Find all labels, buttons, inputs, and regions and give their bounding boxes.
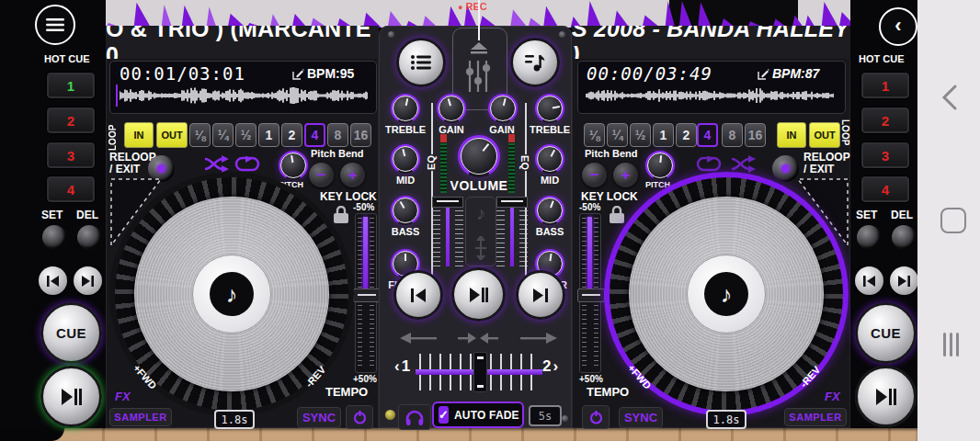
loop-length-16-right[interactable]: 16 (745, 123, 766, 147)
loop-out-button-right[interactable]: OUT (809, 122, 840, 148)
channel-fader-deck1[interactable] (432, 197, 463, 266)
pitch-bend-plus-left[interactable]: + (340, 163, 365, 187)
loop-length-4-left-selected[interactable]: 4 (304, 123, 325, 147)
del-cue-knob-right[interactable] (892, 225, 916, 249)
auto-fade-button[interactable]: ✓ AUTO FADE (432, 401, 524, 428)
shuffle-icon-left[interactable] (204, 155, 229, 173)
shuffle-icon-right[interactable] (731, 155, 756, 173)
hot-cue-3-right[interactable]: 3 (860, 141, 910, 169)
sampler-button-right[interactable]: SAMPLER (784, 408, 847, 426)
loop-time-display-left[interactable]: 1.8s (214, 410, 255, 429)
tempo-slider-handle-right[interactable] (577, 288, 605, 302)
edit-bpm-icon-left[interactable] (292, 68, 304, 80)
cue-button-label: CUE (56, 325, 86, 341)
loop-icon-right[interactable] (696, 156, 722, 172)
skip-start-button-right[interactable] (855, 266, 883, 295)
skip-end-button-right[interactable] (890, 266, 918, 295)
play-pause-button-right[interactable] (855, 366, 917, 427)
pitch-knob-right[interactable] (645, 151, 675, 180)
loop-length-1-8-right[interactable]: ⅛ (584, 123, 605, 147)
play-pause-button-left[interactable] (40, 366, 102, 427)
loop-length-8-right[interactable]: 8 (722, 123, 743, 147)
nav-back-button[interactable] (941, 85, 958, 110)
headphone-cue-button[interactable] (398, 404, 431, 430)
menu-button[interactable] (35, 5, 75, 45)
pitch-knob-left[interactable] (279, 151, 308, 180)
loop-time-display-right[interactable]: 1.8s (706, 410, 746, 429)
play-pause-button-center[interactable] (451, 267, 506, 322)
hot-cue-2-left[interactable]: 2 (46, 107, 96, 134)
loop-length-2-left[interactable]: 2 (281, 123, 302, 147)
loop-length-16-left[interactable]: 16 (350, 123, 371, 147)
sampler-button-left[interactable]: SAMPLER (109, 408, 172, 426)
channel-fader-deck2[interactable] (496, 197, 528, 266)
loop-in-button-right[interactable]: IN (777, 122, 806, 148)
mid-knob-deck2[interactable] (535, 144, 564, 174)
pitch-bend-plus-right[interactable]: + (613, 163, 638, 187)
bass-knob-deck1[interactable] (391, 196, 420, 225)
loop-length-2-right[interactable]: 2 (676, 123, 697, 147)
set-cue-knob-right[interactable] (857, 225, 881, 249)
mid-knob-deck1[interactable] (391, 144, 420, 174)
hot-cue-number: 2 (882, 113, 889, 129)
browse-library-button[interactable] (396, 38, 446, 87)
auto-fade-checkbox[interactable]: ✓ (439, 406, 449, 424)
fade-time-display[interactable]: 5s (529, 405, 562, 426)
set-cue-knob-left[interactable] (42, 225, 66, 249)
loop-length-4-right-selected[interactable]: 4 (697, 123, 718, 147)
cue-button-right[interactable]: CUE (855, 302, 917, 364)
loop-icon-left[interactable] (234, 156, 260, 172)
hot-cue-1-right[interactable]: 1 (860, 72, 910, 99)
hot-cue-1-left[interactable]: 1 (46, 72, 96, 99)
sync-button-right[interactable]: SYNC (619, 407, 663, 428)
channel-fader-handle[interactable] (496, 197, 528, 208)
deck2-track-waveform[interactable] (586, 85, 834, 107)
nav-recents-button[interactable] (943, 333, 962, 356)
pitch-bend-minus-left[interactable]: − (309, 163, 334, 187)
loop-in-button-left[interactable]: IN (124, 122, 154, 148)
gain-knob-deck1[interactable] (437, 94, 466, 123)
loop-length-1-left[interactable]: 1 (258, 123, 279, 147)
pitch-bend-minus-right[interactable]: − (582, 163, 607, 187)
lock-icon-right[interactable] (610, 206, 624, 223)
loop-length-1-4-left[interactable]: ¼ (212, 123, 234, 147)
edit-bpm-icon-right[interactable] (758, 68, 769, 80)
skip-start-button-left[interactable] (39, 266, 67, 295)
sync-button-left[interactable]: SYNC (297, 407, 341, 428)
hot-cue-4-right[interactable]: 4 (860, 175, 910, 203)
next-track-button[interactable] (516, 270, 565, 320)
prev-track-button[interactable] (393, 270, 443, 320)
tempo-max-label-right: +50% (579, 374, 603, 384)
gain-knob-deck2[interactable] (488, 94, 518, 123)
nav-home-button[interactable] (940, 208, 966, 233)
deck1-track-waveform[interactable] (120, 85, 368, 107)
tempo-reset-button-left[interactable] (346, 405, 373, 429)
browse-playlist-button[interactable] (510, 38, 560, 87)
volume-knob[interactable] (458, 135, 500, 177)
loop-time-value: 1.8s (713, 413, 740, 426)
loop-length-1-right[interactable]: 1 (653, 123, 674, 147)
loop-length-1-2-right[interactable]: ½ (630, 123, 651, 147)
loop-length-1-4-right[interactable]: ¼ (607, 123, 628, 147)
tempo-slider-handle-left[interactable] (353, 288, 381, 302)
loop-length-8-left[interactable]: 8 (327, 123, 348, 147)
cue-button-left[interactable]: CUE (40, 302, 102, 364)
bass-knob-deck2[interactable] (535, 196, 564, 225)
channel-fader-handle[interactable] (432, 197, 463, 208)
loop-length-1-2-left[interactable]: ½ (235, 123, 256, 147)
crossfader-handle[interactable] (473, 352, 487, 392)
fx-label-left[interactable]: FX (115, 390, 131, 403)
back-button[interactable]: ‹ (879, 7, 917, 46)
treble-knob-deck2[interactable] (535, 94, 564, 123)
del-cue-knob-left[interactable] (77, 225, 101, 249)
hot-cue-4-left[interactable]: 4 (46, 175, 96, 203)
hot-cue-2-right[interactable]: 2 (860, 107, 910, 134)
hot-cue-3-left[interactable]: 3 (46, 141, 96, 169)
treble-knob-deck1[interactable] (391, 94, 420, 123)
loop-out-button-left[interactable]: OUT (156, 122, 188, 148)
skip-end-button-left[interactable] (74, 266, 102, 295)
lock-icon-left[interactable] (334, 206, 348, 223)
tempo-reset-button-right[interactable] (582, 405, 610, 429)
fx-label-right[interactable]: FX (825, 390, 840, 403)
loop-length-1-8-left[interactable]: ⅛ (189, 123, 211, 147)
